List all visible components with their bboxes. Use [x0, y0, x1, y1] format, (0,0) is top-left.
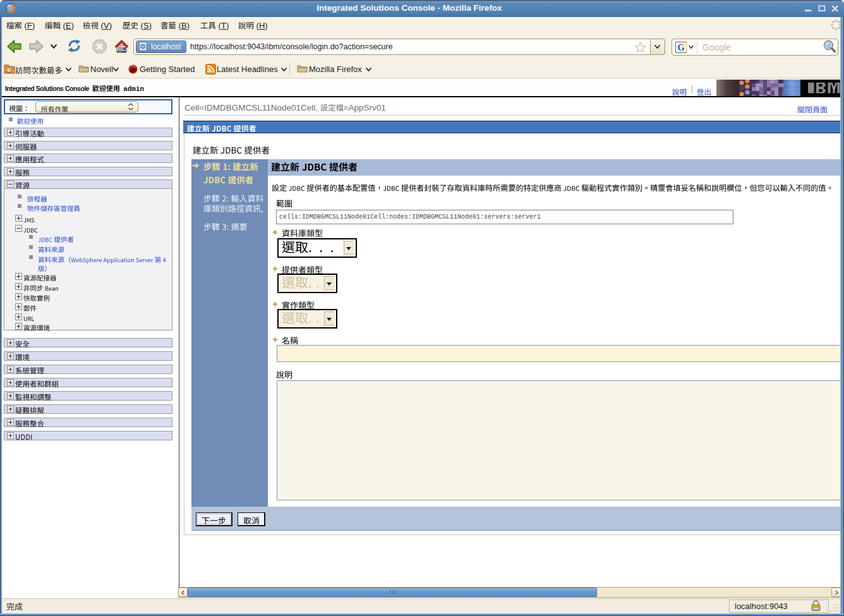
- svg-text:G: G: [677, 42, 685, 52]
